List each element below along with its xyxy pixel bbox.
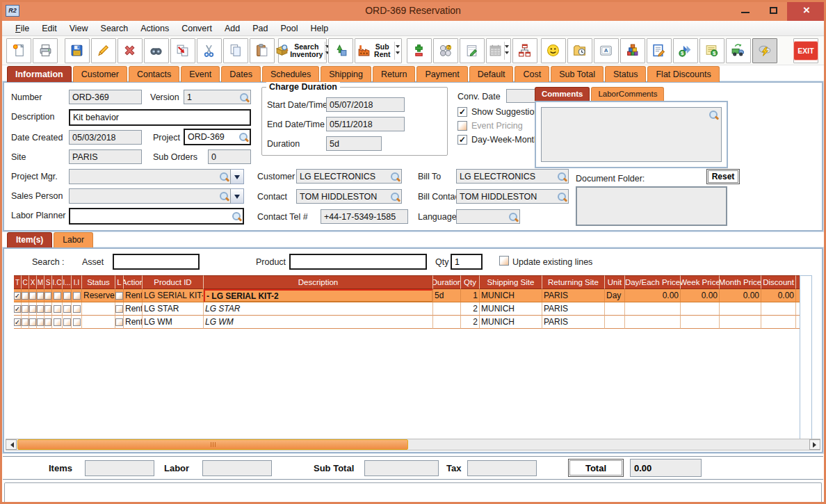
reset-button[interactable]: Reset xyxy=(706,169,740,184)
magnifier-icon[interactable] xyxy=(238,132,248,142)
project-mgr-combo[interactable] xyxy=(69,169,244,184)
row-checkbox[interactable] xyxy=(22,305,29,313)
row-checkbox[interactable] xyxy=(73,292,81,300)
tab-sub-total[interactable]: Sub Total xyxy=(551,66,604,82)
toolbar-customer-service-button[interactable] xyxy=(541,38,566,63)
tab-payment[interactable]: Payment xyxy=(416,66,467,82)
description-field[interactable]: Kit behavior xyxy=(69,109,251,126)
cell-l-check[interactable] xyxy=(115,316,124,329)
menu-view[interactable]: View xyxy=(63,22,95,35)
cell-check[interactable] xyxy=(63,302,72,316)
toolbar-copy-button[interactable] xyxy=(223,38,248,63)
toolbar-edit-order-button[interactable] xyxy=(647,38,672,63)
cell-month-price[interactable] xyxy=(720,316,761,329)
cell-returning-site[interactable]: PARIS xyxy=(542,316,605,329)
cell-check[interactable] xyxy=(22,302,29,316)
cell-day-each-price[interactable]: 0.00 xyxy=(625,289,681,302)
maximize-button[interactable] xyxy=(759,0,787,21)
cell-product-id[interactable]: LG STAR xyxy=(143,302,204,316)
tab-comments[interactable]: Comments xyxy=(535,87,590,101)
table-header-product-id[interactable]: Product ID xyxy=(143,275,204,289)
row-checkbox[interactable] xyxy=(37,318,44,326)
toolbar-transfer-button[interactable] xyxy=(170,38,195,63)
magnifier-icon[interactable] xyxy=(219,191,229,201)
tab-item-s-[interactable]: Item(s) xyxy=(7,232,52,247)
cell-duration[interactable] xyxy=(433,316,461,329)
tab-status[interactable]: Status xyxy=(605,66,646,82)
date-created-field[interactable]: 05/03/2018 xyxy=(69,130,142,145)
tab-labor[interactable]: Labor xyxy=(54,232,93,247)
table-header-qty[interactable]: Qty xyxy=(461,275,480,289)
cell-check[interactable] xyxy=(63,289,72,302)
scroll-right-button[interactable] xyxy=(809,439,820,450)
magnifier-icon[interactable] xyxy=(219,172,229,181)
scrollbar-thumb[interactable] xyxy=(17,439,408,450)
row-checkbox[interactable]: ✓ xyxy=(14,318,21,326)
toolbar-exit-button[interactable]: EXIT xyxy=(793,38,818,63)
tab-contacts[interactable]: Contacts xyxy=(129,66,179,82)
table-header-i-i[interactable]: I.I xyxy=(72,275,82,289)
cell-description[interactable]: - LG SERIAL KIT-2 xyxy=(204,289,433,302)
update-existing-checkbox[interactable] xyxy=(499,256,509,266)
cell-discount[interactable] xyxy=(761,316,796,329)
menu-actions[interactable]: Actions xyxy=(134,22,175,35)
cell-check[interactable] xyxy=(37,302,44,316)
table-header-shipping-site[interactable]: Shipping Site xyxy=(480,275,542,289)
toolbar-send-invoice-button[interactable]: $ xyxy=(673,38,698,63)
cell-shipping-site[interactable]: MUNICH xyxy=(480,302,542,316)
cell-week-price[interactable] xyxy=(681,316,720,329)
toolbar-history-button[interactable] xyxy=(567,38,592,63)
tab-dates[interactable]: Dates xyxy=(221,66,261,82)
magnifier-icon[interactable] xyxy=(708,110,718,120)
table-header-duration[interactable]: Duration xyxy=(433,275,461,289)
cell-check[interactable] xyxy=(72,316,82,329)
magnifier-icon[interactable] xyxy=(232,211,241,221)
cell-check[interactable] xyxy=(52,316,63,329)
row-checkbox[interactable] xyxy=(115,305,123,313)
start-date-field[interactable]: 05/07/2018 xyxy=(326,97,405,112)
row-checkbox[interactable] xyxy=(29,305,36,313)
table-row[interactable]: ✓RentLG WMLG WM2MUNICHPARIS xyxy=(14,316,802,329)
bill-to-field[interactable]: LG ELECTRONICS xyxy=(456,169,569,184)
cell-check[interactable]: ✓ xyxy=(14,289,22,302)
document-folder-box[interactable] xyxy=(576,186,727,226)
toolbar-cut-button[interactable] xyxy=(197,38,222,63)
cell-check[interactable] xyxy=(37,289,44,302)
table-header-week-price[interactable]: Week Price xyxy=(681,275,720,289)
cell-product-id[interactable]: LG SERIAL KIT-2 xyxy=(143,289,204,302)
magnifier-icon[interactable] xyxy=(239,92,249,102)
cell-qty[interactable]: 1 xyxy=(461,289,480,302)
qty-input[interactable]: 1 xyxy=(451,254,483,270)
toolbar-inventory-button[interactable] xyxy=(620,38,645,63)
cell-action[interactable]: Rent xyxy=(124,302,143,316)
cell-l-check[interactable] xyxy=(115,289,124,302)
table-header-i-c[interactable]: I.C xyxy=(52,275,63,289)
cell-check[interactable] xyxy=(44,289,52,302)
table-row[interactable]: ✓RentLG STARLG STAR2MUNICHPARIS xyxy=(14,302,802,316)
cell-check[interactable] xyxy=(37,316,44,329)
labor-planner-field[interactable] xyxy=(69,208,244,225)
cell-check[interactable] xyxy=(29,289,37,302)
comments-textarea[interactable] xyxy=(541,107,722,162)
cell-check[interactable] xyxy=(22,316,29,329)
cell-discount[interactable]: 0.00 xyxy=(761,289,796,302)
row-checkbox[interactable] xyxy=(54,292,61,300)
cell-action[interactable]: Rent xyxy=(124,289,143,302)
cell-status[interactable]: Reserved xyxy=(82,289,115,302)
menu-search[interactable]: Search xyxy=(95,22,135,35)
tab-flat-discounts[interactable]: Flat Discounts xyxy=(647,66,719,82)
close-button[interactable]: × xyxy=(787,0,826,21)
table-header-action[interactable]: Action xyxy=(124,275,143,289)
tab-shipping[interactable]: Shipping xyxy=(321,66,371,82)
end-date-field[interactable]: 05/11/2018 xyxy=(326,117,405,131)
toolbar-shortcut-button[interactable]: A xyxy=(594,38,619,63)
magnifier-icon[interactable] xyxy=(557,172,567,181)
table-header-x[interactable]: X xyxy=(29,275,37,289)
cell-check[interactable] xyxy=(44,316,52,329)
row-checkbox[interactable]: ✓ xyxy=(14,305,21,313)
project-field[interactable]: ORD-369 xyxy=(184,129,251,145)
menu-pad[interactable]: Pad xyxy=(246,22,274,35)
tab-event[interactable]: Event xyxy=(181,66,220,82)
cell-month-price[interactable]: 0.00 xyxy=(720,289,761,302)
menu-edit[interactable]: Edit xyxy=(35,22,63,35)
